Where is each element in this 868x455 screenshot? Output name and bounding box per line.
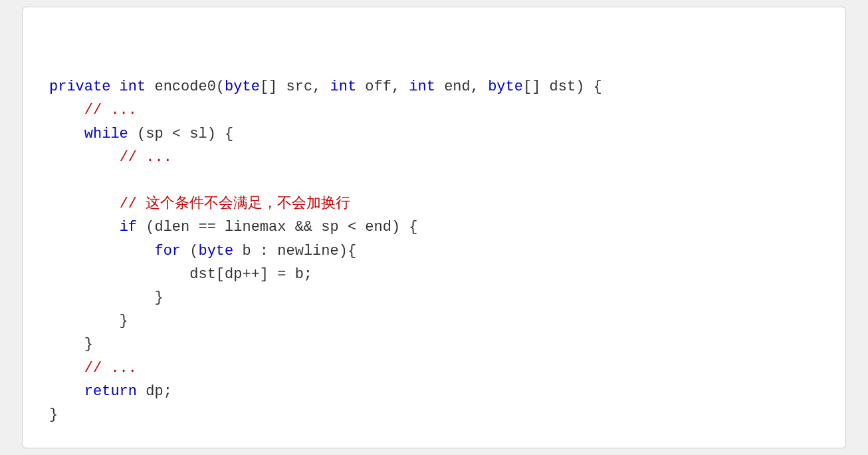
code-line: } (49, 286, 819, 309)
comment: // ... (84, 102, 137, 118)
code-text (49, 360, 84, 377)
code-text (49, 126, 84, 142)
keyword: if (120, 219, 137, 235)
code-block: private int encode0(byte[] src, int off,… (49, 29, 819, 426)
code-line: private int encode0(byte[] src, int off,… (49, 75, 819, 98)
code-text: b : newline){ (233, 243, 356, 259)
code-text: (sp < sl) { (128, 126, 233, 142)
code-text: off, (356, 78, 409, 95)
keyword: byte (225, 78, 260, 95)
keyword: int (330, 78, 357, 95)
code-line: for (byte b : newline){ (49, 239, 819, 263)
comment: // ... (84, 360, 137, 377)
code-line: // ... (49, 357, 819, 380)
code-line (49, 169, 819, 192)
code-line: // ... (49, 146, 819, 169)
keyword: private int (49, 78, 146, 95)
code-text: } (49, 336, 93, 353)
code-line: dst[dp++] = b; (49, 263, 819, 286)
code-text: } (49, 406, 58, 423)
code-line: while (sp < sl) { (49, 122, 819, 146)
code-text: ( (181, 243, 198, 259)
code-text: (dlen == linemax && sp < end) { (137, 219, 417, 235)
code-text: end, (435, 78, 488, 95)
code-text: encode0( (146, 78, 225, 95)
code-line: // 这个条件不会满足，不会加换行 (49, 192, 819, 216)
keyword: return (84, 383, 137, 400)
keyword: for (154, 243, 181, 259)
code-text (49, 383, 84, 400)
code-line: } (49, 333, 819, 356)
keyword: byte (488, 78, 523, 95)
code-text: dp; (137, 383, 172, 400)
code-text: [] dst) { (523, 78, 602, 95)
keyword: int (409, 78, 435, 95)
code-line: } (49, 403, 819, 426)
code-text: } (49, 313, 128, 329)
code-line: // ... (49, 98, 819, 122)
comment: // ... (120, 149, 172, 166)
code-line: return dp; (49, 380, 819, 403)
code-line: if (dlen == linemax && sp < end) { (49, 216, 819, 239)
code-text: dst[dp++] = b; (49, 266, 312, 283)
comment: // 这个条件不会满足，不会加换行 (120, 196, 351, 212)
code-line: } (49, 309, 819, 333)
code-text (49, 196, 120, 212)
code-text (49, 243, 154, 259)
code-container: private int encode0(byte[] src, int off,… (22, 7, 846, 448)
code-text (49, 102, 84, 118)
code-text (49, 219, 120, 235)
code-text: [] src, (260, 78, 330, 95)
keyword: while (84, 126, 128, 142)
code-text (49, 149, 120, 166)
keyword: byte (198, 243, 233, 259)
code-text: } (49, 289, 163, 306)
